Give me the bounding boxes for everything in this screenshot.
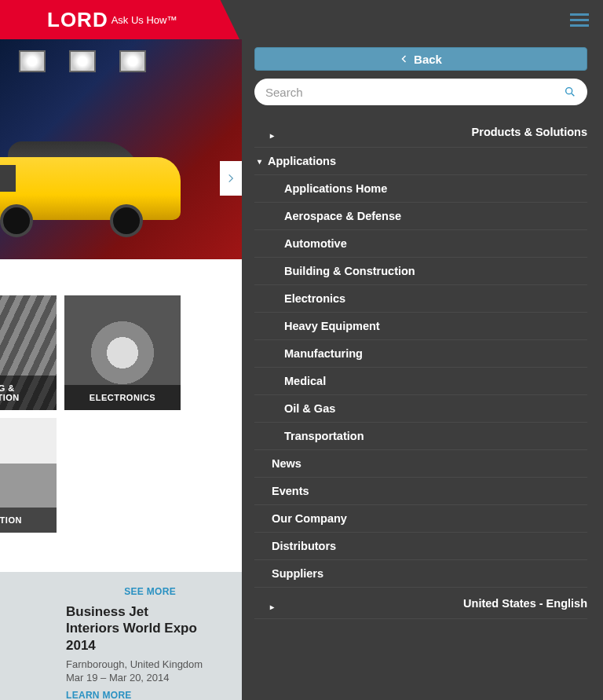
nav-label: Oil & Gas: [284, 402, 335, 415]
nav-applications-child[interactable]: Transportation: [254, 423, 587, 450]
logo-text: LORD: [47, 8, 108, 32]
nav-panel: Back Products & Solutions Applications A…: [242, 39, 603, 700]
car-illustration: [0, 134, 181, 244]
event-card: SEE MORE Business Jet Interiors World Ex…: [0, 572, 242, 700]
nav-label: Transportation: [284, 430, 364, 442]
thumb-transportation[interactable]: ORTATION: [0, 418, 57, 533]
nav-label: Medical: [284, 375, 326, 387]
thumb-electronics[interactable]: ELECTRONICS: [64, 295, 181, 410]
nav-label: Building & Construction: [284, 265, 415, 277]
carousel-prev[interactable]: [0, 165, 16, 192]
nav-applications-child[interactable]: Electronics: [254, 285, 587, 313]
search-input[interactable]: [265, 86, 564, 99]
nav-applications-child[interactable]: Automotive: [254, 230, 587, 258]
nav-label: Our Company: [272, 512, 347, 525]
nav-label: Automotive: [284, 237, 347, 250]
learn-more-link[interactable]: LEARN MORE: [66, 690, 223, 700]
nav-distributors[interactable]: Distributors: [254, 533, 587, 560]
nav-events[interactable]: Events: [254, 478, 587, 505]
event-location: Farnborough, United Kingdom: [66, 658, 223, 670]
nav-label: Applications: [268, 155, 336, 167]
nav-applications-child[interactable]: Applications Home: [254, 175, 587, 203]
tagline: Ask Us How™: [111, 14, 177, 26]
nav-label: Manufacturing: [284, 347, 363, 360]
thumb-building[interactable]: DING & RUCTION: [0, 295, 57, 410]
nav-label: Suppliers: [272, 567, 323, 580]
nav-label: News: [272, 457, 302, 470]
thumb-caption: ELECTRONICS: [64, 385, 181, 410]
thumbnail-row-1: DING & RUCTION ELECTRONICS: [0, 259, 242, 410]
event-title: Business Jet Interiors World Expo 2014: [66, 603, 199, 654]
logo-wrap[interactable]: LORD Ask Us How™: [0, 0, 239, 39]
thumbnail-row-2: ORTATION: [0, 410, 242, 572]
nav-label: United States - English: [463, 597, 587, 610]
caret-down-icon: [258, 157, 261, 166]
nav-products[interactable]: Products & Solutions: [254, 116, 587, 148]
left-column: DING & RUCTION ELECTRONICS ORTATION SEE …: [0, 39, 242, 700]
hero-carousel: [0, 39, 242, 259]
svg-point-0: [566, 88, 572, 94]
search-icon[interactable]: [564, 86, 576, 98]
nav-label: Events: [272, 485, 309, 497]
nav-label: Distributors: [272, 540, 336, 552]
studio-lights: [19, 50, 146, 72]
nav-applications[interactable]: Applications: [254, 148, 587, 175]
nav-locale[interactable]: United States - English: [254, 588, 587, 619]
nav-news[interactable]: News: [254, 450, 587, 478]
back-label: Back: [414, 53, 442, 66]
nav-list: Products & Solutions Applications Applic…: [254, 116, 587, 619]
chevron-right-icon: [225, 170, 236, 187]
nav-label: Products & Solutions: [472, 126, 587, 138]
nav-applications-child[interactable]: Aerospace & Defense: [254, 203, 587, 230]
search-wrap[interactable]: [254, 79, 587, 105]
see-more-link[interactable]: SEE MORE: [66, 586, 176, 597]
header: LORD Ask Us How™: [0, 0, 603, 39]
thumb-caption: DING & RUCTION: [0, 376, 57, 410]
chevron-left-icon: [400, 54, 409, 64]
caret-right-icon: [258, 123, 466, 140]
nav-applications-child[interactable]: Oil & Gas: [254, 395, 587, 423]
nav-company[interactable]: Our Company: [254, 505, 587, 533]
nav-label: Electronics: [284, 292, 345, 305]
carousel-next[interactable]: [220, 161, 242, 196]
nav-suppliers[interactable]: Suppliers: [254, 560, 587, 588]
nav-applications-child[interactable]: Manufacturing: [254, 340, 587, 368]
caret-right-icon: [258, 595, 457, 611]
nav-applications-child[interactable]: Medical: [254, 368, 587, 395]
thumb-caption: ORTATION: [0, 508, 57, 533]
back-button[interactable]: Back: [254, 47, 587, 71]
nav-label: Heavy Equipment: [284, 320, 380, 332]
nav-applications-child[interactable]: Heavy Equipment: [254, 313, 587, 340]
hamburger-icon[interactable]: [570, 10, 589, 30]
nav-label: Aerospace & Defense: [284, 210, 401, 222]
nav-applications-child[interactable]: Building & Construction: [254, 258, 587, 285]
nav-label: Applications Home: [284, 182, 387, 195]
event-dates: Mar 19 – Mar 20, 2014: [66, 672, 223, 684]
